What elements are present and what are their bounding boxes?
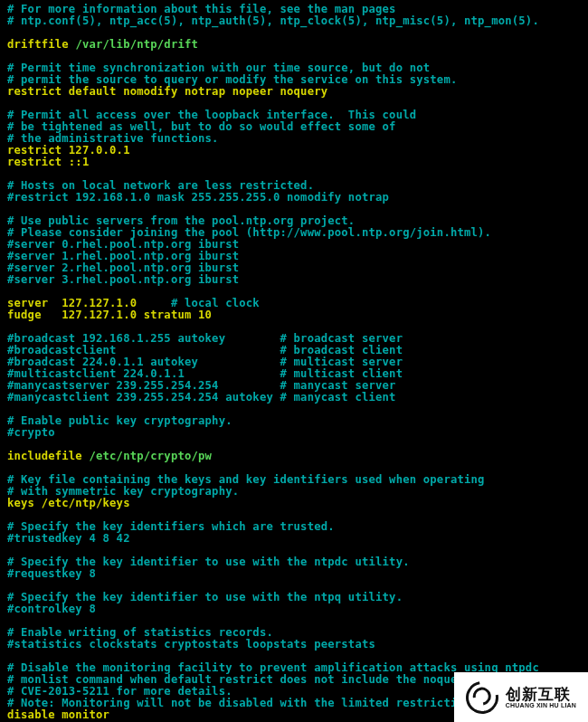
comment-text: # local clock xyxy=(171,297,260,309)
comment-text: # Please consider joining the pool (http… xyxy=(7,226,491,239)
code-line: driftfile /var/lib/ntp/drift xyxy=(7,39,583,51)
comment-text: #broadcast 192.168.1.255 autokey # broad… xyxy=(7,332,403,345)
code-line: restrict ::1 xyxy=(7,157,583,168)
comment-text: #broadcastclient # broadcast client xyxy=(7,344,403,356)
code-line: #controlkey 8 xyxy=(7,603,583,615)
comment-text: #manycastclient 239.255.254.254 autokey … xyxy=(7,391,396,404)
code-line: restrict default nomodify notrap nopeer … xyxy=(7,86,583,98)
value-text: /var/lib/ntp/drift xyxy=(75,38,198,51)
directive-text: restrict default nomodify notrap nopeer … xyxy=(7,85,327,98)
code-line: #manycastclient 239.255.254.254 autokey … xyxy=(7,392,583,404)
code-line: #requestkey 8 xyxy=(7,568,583,580)
logo-swirl-icon xyxy=(460,674,505,719)
directive-text: keys /etc/ntp/keys xyxy=(7,497,130,509)
comment-text: # be tightened as well, but to do so wou… xyxy=(7,120,396,133)
comment-text: # ntp.conf(5), ntp_acc(5), ntp_auth(5), … xyxy=(7,14,539,27)
code-line: #trustedkey 4 8 42 xyxy=(7,533,583,545)
directive-text: includefile xyxy=(7,450,89,462)
comment-text: #requestkey 8 xyxy=(7,567,96,580)
comment-text: #server 2.rhel.pool.ntp.org iburst xyxy=(7,261,239,274)
comment-text: # Enable writing of statistics records. xyxy=(7,626,273,639)
comment-text: # Hosts on local network are less restri… xyxy=(7,179,314,192)
comment-text: #controlkey 8 xyxy=(7,603,96,615)
code-line: #crypto xyxy=(7,427,583,439)
code-line: # Enable public key cryptography. xyxy=(7,415,583,427)
comment-text: #restrict 192.168.1.0 mask 255.255.255.0… xyxy=(7,191,389,204)
directive-text: server 127.127.1.0 xyxy=(7,297,171,309)
directive-text: disable monitor xyxy=(7,708,109,721)
code-line: #statistics clockstats cryptostats loops… xyxy=(7,639,583,651)
comment-text: # Key file containing the keys and key i… xyxy=(7,473,485,486)
code-line: restrict 127.0.0.1 xyxy=(7,145,583,157)
comment-text: # with symmetric key cryptography. xyxy=(7,485,239,498)
comment-text: #server 1.rhel.pool.ntp.org iburst xyxy=(7,250,239,262)
comment-text: # For more information about this file, … xyxy=(7,3,396,15)
directive-text: fudge 127.127.1.0 stratum 10 xyxy=(7,309,212,321)
comment-text: #broadcast 224.0.1.1 autokey # multicast… xyxy=(7,356,403,368)
comment-text: # Specify the key identifier to use with… xyxy=(7,591,403,603)
logo-text-en: CHUANG XIN HU LIAN xyxy=(506,702,576,708)
comment-text: # permit the source to query or modify t… xyxy=(7,73,457,86)
logo-text-cn: 创新互联 xyxy=(506,687,576,702)
code-line: #restrict 192.168.1.0 mask 255.255.255.0… xyxy=(7,192,583,204)
comment-text: # the administrative functions. xyxy=(7,132,219,145)
comment-text: # Permit all access over the loopback in… xyxy=(7,109,416,121)
comment-text: # Permit time synchronization with our t… xyxy=(7,62,430,74)
comment-text: #server 3.rhel.pool.ntp.org iburst xyxy=(7,273,239,286)
comment-text: #statistics clockstats cryptostats loops… xyxy=(7,638,375,651)
comment-text: # Specify the key identifiers which are … xyxy=(7,520,335,533)
comment-text: # Enable public key cryptography. xyxy=(7,414,232,427)
code-line: fudge 127.127.1.0 stratum 10 xyxy=(7,309,583,321)
directive-text: driftfile xyxy=(7,38,75,51)
comment-text: #manycastserver 239.255.254.254 # manyca… xyxy=(7,379,396,392)
comment-text: #crypto xyxy=(7,426,55,439)
watermark-logo: 创新互联 CHUANG XIN HU LIAN xyxy=(454,672,588,722)
directive-text: restrict ::1 xyxy=(7,156,89,168)
comment-text: # CVE-2013-5211 for more details. xyxy=(7,685,232,698)
terminal-editor-view[interactable]: # For more information about this file, … xyxy=(0,0,588,722)
comment-text: # Note: Monitoring will not be disabled … xyxy=(7,697,512,709)
code-line: # ntp.conf(5), ntp_acc(5), ntp_auth(5), … xyxy=(7,15,583,27)
code-line: includefile /etc/ntp/crypto/pw xyxy=(7,451,583,462)
comment-text: #server 0.rhel.pool.ntp.org iburst xyxy=(7,238,239,251)
comment-text: # Specify the key identifier to use with… xyxy=(7,556,410,568)
comment-text: # Use public servers from the pool.ntp.o… xyxy=(7,214,355,227)
directive-text: restrict 127.0.0.1 xyxy=(7,144,130,157)
code-line: keys /etc/ntp/keys xyxy=(7,498,583,509)
comment-text: #multicastclient 224.0.1.1 # multicast c… xyxy=(7,367,403,380)
comment-text: #trustedkey 4 8 42 xyxy=(7,532,130,545)
value-text: /etc/ntp/crypto/pw xyxy=(89,450,212,462)
code-line: #server 3.rhel.pool.ntp.org iburst xyxy=(7,274,583,286)
